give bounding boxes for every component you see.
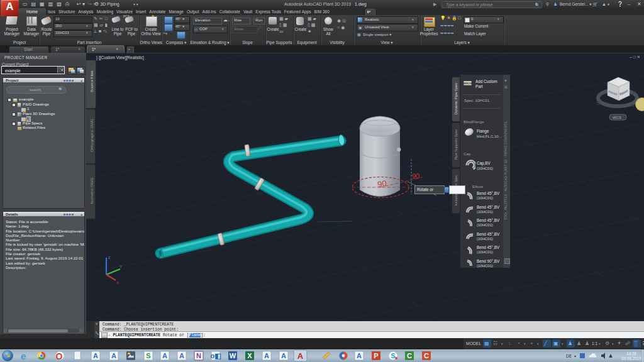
svg-text:A: A xyxy=(179,352,184,359)
svg-text:S: S xyxy=(146,352,150,359)
svg-text:N: N xyxy=(196,352,201,359)
svg-text:Y: Y xyxy=(119,265,122,268)
svg-text:O: O xyxy=(56,351,63,361)
svg-text:e: e xyxy=(21,351,26,361)
svg-text:DE: DE xyxy=(566,354,572,358)
svg-text:S: S xyxy=(391,352,395,359)
svg-text:09.08.2019: 09.08.2019 xyxy=(621,356,641,361)
svg-text:90: 90 xyxy=(377,178,387,189)
svg-text:S: S xyxy=(596,100,600,106)
svg-text:o◧: o◧ xyxy=(210,352,221,359)
svg-text:A: A xyxy=(281,352,286,359)
svg-text:Z: Z xyxy=(108,256,111,260)
svg-text:N: N xyxy=(633,90,636,95)
svg-text:X: X xyxy=(116,281,119,285)
svg-text:▲: ▲ xyxy=(574,354,577,358)
svg-text:A: A xyxy=(264,352,269,359)
svg-text:A: A xyxy=(297,351,304,361)
svg-text:W: W xyxy=(230,352,236,359)
svg-text:X: X xyxy=(247,352,252,359)
svg-text:14:26: 14:26 xyxy=(626,351,636,356)
svg-text:A: A xyxy=(162,352,167,359)
svg-text:90: 90 xyxy=(412,172,419,180)
svg-text:A: A xyxy=(93,352,98,359)
svg-text:C: C xyxy=(424,352,429,359)
svg-text:P: P xyxy=(374,352,378,359)
svg-text:A: A xyxy=(357,352,362,359)
svg-text:WCS: WCS xyxy=(613,116,621,119)
svg-text:C: C xyxy=(407,352,412,359)
svg-text:A: A xyxy=(111,352,116,359)
